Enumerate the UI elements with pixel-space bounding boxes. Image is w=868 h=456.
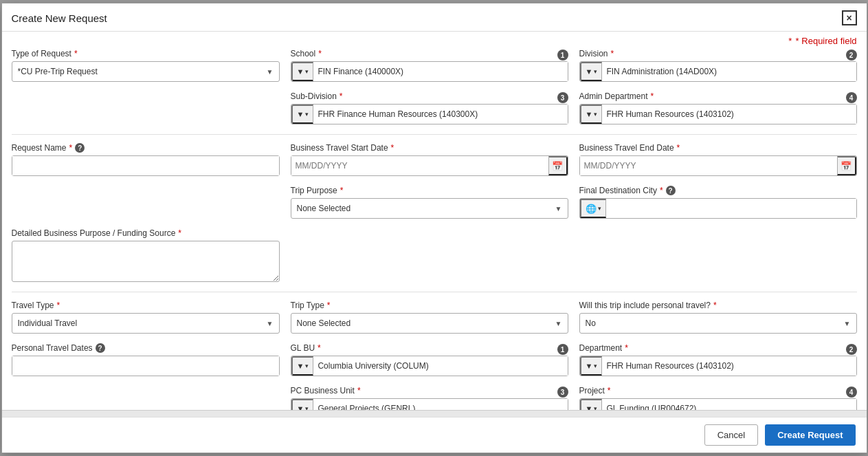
subdivision-filter-icon: ▼ xyxy=(297,110,304,118)
travel-type-group: Travel Type * Individual Travel ▼ xyxy=(12,301,280,334)
gl-bu-group: GL BU * 1 ▼ ▾ xyxy=(291,343,568,376)
end-date-group: Business Travel End Date * 📅 xyxy=(579,143,857,176)
form-row-5: Detailed Business Purpose / Funding Sour… xyxy=(12,228,857,282)
division-badge: 2 xyxy=(846,50,857,61)
department-filter-button[interactable]: ▼ ▾ xyxy=(580,356,603,376)
personal-travel-dates-field-wrapper xyxy=(12,356,280,376)
school-field-wrapper: ▼ ▾ xyxy=(291,61,568,82)
personal-travel-group: Will this trip include personal travel? … xyxy=(579,301,857,334)
division-group: Division * 2 ▼ ▾ xyxy=(579,49,857,82)
project-filter-arrow: ▾ xyxy=(594,405,597,410)
personal-travel-dates-input[interactable] xyxy=(12,356,279,376)
modal-header: Create New Request × xyxy=(2,3,867,32)
pc-business-unit-group: PC Business Unit * 3 ▼ ▾ xyxy=(291,386,568,410)
travel-type-select[interactable]: Individual Travel xyxy=(12,314,279,333)
division-input[interactable] xyxy=(602,62,856,81)
globe-icon: 🌐 xyxy=(586,204,597,214)
school-filter-button[interactable]: ▼ ▾ xyxy=(291,62,314,81)
modal-footer: Cancel Create Request xyxy=(2,417,867,453)
project-input[interactable] xyxy=(602,399,856,410)
cancel-button[interactable]: Cancel xyxy=(704,424,758,446)
travel-type-label: Travel Type * xyxy=(12,301,280,310)
division-filter-arrow: ▾ xyxy=(594,68,597,75)
trip-type-select-wrapper[interactable]: None Selected ▼ xyxy=(291,313,568,334)
final-destination-input[interactable] xyxy=(606,199,856,218)
admin-department-input[interactable] xyxy=(602,105,856,124)
end-date-label: Business Travel End Date * xyxy=(579,143,857,153)
request-name-help-icon[interactable]: ? xyxy=(75,143,85,153)
division-label: Division * xyxy=(579,49,614,58)
form-row-6: Travel Type * Individual Travel ▼ Trip T… xyxy=(12,301,857,334)
department-field-wrapper: ▼ ▾ xyxy=(579,356,857,376)
type-of-request-select-wrapper[interactable]: *CU Pre-Trip Request ▼ xyxy=(12,61,280,82)
type-of-request-label: Type of Request * xyxy=(12,49,78,58)
division-field-wrapper: ▼ ▾ xyxy=(579,61,857,82)
school-input[interactable] xyxy=(313,62,567,81)
close-button[interactable]: × xyxy=(842,10,857,25)
department-filter-arrow: ▾ xyxy=(594,362,597,369)
subdivision-filter-button[interactable]: ▼ ▾ xyxy=(291,105,314,124)
personal-travel-dates-label: Personal Travel Dates ? xyxy=(12,343,280,353)
globe-arrow-icon: ▾ xyxy=(598,205,601,212)
calendar-icon: 📅 xyxy=(552,161,563,171)
start-date-group: Business Travel Start Date * 📅 xyxy=(291,143,568,176)
form-row-2: Sub-Division * 3 ▼ ▾ xyxy=(291,91,857,124)
subdivision-input[interactable] xyxy=(313,105,567,124)
end-date-calendar-button[interactable]: 📅 xyxy=(837,156,856,175)
end-date-input[interactable] xyxy=(580,156,837,175)
project-label: Project * xyxy=(579,386,611,395)
form-row-8: PC Business Unit * 3 ▼ ▾ xyxy=(291,386,857,410)
start-date-field-wrapper: 📅 xyxy=(291,155,568,176)
personal-travel-dates-help-icon[interactable]: ? xyxy=(96,343,105,353)
trip-purpose-select-wrapper[interactable]: None Selected ▼ xyxy=(291,198,568,219)
pc-business-unit-field-wrapper: ▼ ▾ xyxy=(291,398,568,410)
detailed-purpose-textarea[interactable] xyxy=(12,241,280,282)
trip-type-select[interactable]: None Selected xyxy=(291,314,568,333)
pc-business-unit-input[interactable] xyxy=(313,399,567,410)
gl-bu-input[interactable] xyxy=(313,356,567,376)
personal-travel-select[interactable]: No Yes xyxy=(580,314,856,333)
start-date-calendar-button[interactable]: 📅 xyxy=(548,156,568,175)
trip-purpose-select[interactable]: None Selected xyxy=(291,199,568,218)
globe-button[interactable]: 🌐 ▾ xyxy=(580,199,606,218)
division-filter-icon: ▼ xyxy=(586,67,593,76)
end-date-field-wrapper: 📅 xyxy=(579,155,857,176)
project-filter-icon: ▼ xyxy=(586,404,593,410)
form-row-7: Personal Travel Dates ? GL BU * 1 xyxy=(12,343,857,376)
admin-department-label: Admin Department * xyxy=(579,91,654,101)
type-of-request-select[interactable]: *CU Pre-Trip Request xyxy=(12,62,279,81)
trip-purpose-label: Trip Purpose * xyxy=(291,186,568,195)
request-name-input[interactable] xyxy=(12,156,279,175)
gl-bu-filter-button[interactable]: ▼ ▾ xyxy=(291,356,314,376)
pc-business-unit-filter-button[interactable]: ▼ ▾ xyxy=(291,399,314,410)
admin-department-filter-button[interactable]: ▼ ▾ xyxy=(580,105,603,124)
project-badge: 4 xyxy=(846,387,857,398)
type-of-request-group: Type of Request * *CU Pre-Trip Request ▼ xyxy=(12,49,280,82)
create-request-button[interactable]: Create Request xyxy=(765,424,855,446)
travel-type-select-wrapper[interactable]: Individual Travel ▼ xyxy=(12,313,280,334)
department-badge: 2 xyxy=(846,344,857,355)
project-group: Project * 4 ▼ ▾ xyxy=(579,386,857,410)
pc-business-unit-filter-arrow: ▾ xyxy=(305,405,309,410)
pc-business-unit-badge: 3 xyxy=(557,387,568,398)
create-request-modal: Create New Request × * * Required field … xyxy=(1,3,867,453)
department-group: Department * 2 ▼ ▾ xyxy=(579,343,857,376)
trip-type-group: Trip Type * None Selected ▼ xyxy=(291,301,568,334)
required-notice: * * Required field xyxy=(12,32,857,49)
final-destination-group: Final Destination City * ? 🌐 ▾ xyxy=(579,186,857,219)
form-row-4: Trip Purpose * None Selected ▼ Final Des… xyxy=(12,186,857,219)
gl-bu-badge: 1 xyxy=(557,344,568,355)
division-filter-button[interactable]: ▼ ▾ xyxy=(580,62,603,81)
subdivision-badge: 3 xyxy=(557,92,568,103)
horizontal-scrollbar[interactable] xyxy=(2,410,867,417)
project-filter-button[interactable]: ▼ ▾ xyxy=(580,399,603,410)
personal-travel-dates-group: Personal Travel Dates ? xyxy=(12,343,280,376)
final-destination-help-icon[interactable]: ? xyxy=(666,186,676,195)
school-badge: 1 xyxy=(557,50,568,61)
request-name-label: Request Name * ? xyxy=(12,143,280,153)
subdivision-field-wrapper: ▼ ▾ xyxy=(291,104,568,124)
start-date-input[interactable] xyxy=(291,156,548,175)
pc-business-unit-filter-icon: ▼ xyxy=(297,404,304,410)
department-input[interactable] xyxy=(602,356,856,376)
personal-travel-select-wrapper[interactable]: No Yes ▼ xyxy=(579,313,857,334)
